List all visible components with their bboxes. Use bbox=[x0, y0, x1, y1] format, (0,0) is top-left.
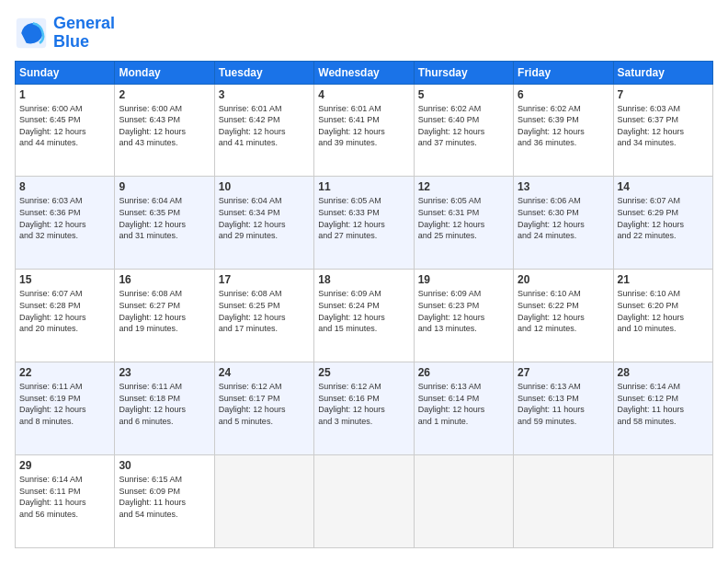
day-info: Sunrise: 6:11 AM Sunset: 6:18 PM Dayligh… bbox=[119, 381, 210, 427]
calendar-day-cell: 30 Sunrise: 6:15 AM Sunset: 6:09 PM Dayl… bbox=[115, 455, 214, 548]
day-info: Sunrise: 6:00 AM Sunset: 6:45 PM Dayligh… bbox=[19, 103, 110, 149]
day-info: Sunrise: 6:03 AM Sunset: 6:37 PM Dayligh… bbox=[618, 103, 709, 149]
calendar-day-cell: 5 Sunrise: 6:02 AM Sunset: 6:40 PM Dayli… bbox=[414, 84, 513, 177]
day-info: Sunrise: 6:13 AM Sunset: 6:13 PM Dayligh… bbox=[518, 381, 609, 427]
day-info: Sunrise: 6:01 AM Sunset: 6:42 PM Dayligh… bbox=[219, 103, 310, 149]
calendar-day-cell: 29 Sunrise: 6:14 AM Sunset: 6:11 PM Dayl… bbox=[16, 455, 115, 548]
calendar-week-row: 1 Sunrise: 6:00 AM Sunset: 6:45 PM Dayli… bbox=[16, 84, 713, 177]
weekday-header-thursday: Thursday bbox=[414, 61, 513, 84]
day-number: 27 bbox=[518, 366, 609, 379]
day-number: 13 bbox=[518, 180, 609, 193]
calendar-day-cell: 3 Sunrise: 6:01 AM Sunset: 6:42 PM Dayli… bbox=[214, 84, 313, 177]
calendar-day-cell bbox=[613, 455, 712, 548]
day-info: Sunrise: 6:07 AM Sunset: 6:28 PM Dayligh… bbox=[19, 288, 110, 334]
calendar-day-cell: 2 Sunrise: 6:00 AM Sunset: 6:43 PM Dayli… bbox=[115, 84, 214, 177]
day-info: Sunrise: 6:15 AM Sunset: 6:09 PM Dayligh… bbox=[119, 474, 210, 520]
day-info: Sunrise: 6:08 AM Sunset: 6:27 PM Dayligh… bbox=[119, 288, 210, 334]
day-info: Sunrise: 6:14 AM Sunset: 6:11 PM Dayligh… bbox=[19, 474, 110, 520]
calendar-day-cell: 15 Sunrise: 6:07 AM Sunset: 6:28 PM Dayl… bbox=[16, 270, 115, 362]
day-number: 8 bbox=[19, 180, 110, 193]
day-info: Sunrise: 6:04 AM Sunset: 6:34 PM Dayligh… bbox=[219, 195, 310, 241]
day-info: Sunrise: 6:05 AM Sunset: 6:31 PM Dayligh… bbox=[418, 195, 509, 241]
weekday-header-row: SundayMondayTuesdayWednesdayThursdayFrid… bbox=[16, 61, 713, 84]
day-info: Sunrise: 6:13 AM Sunset: 6:14 PM Dayligh… bbox=[418, 381, 509, 427]
calendar-day-cell: 1 Sunrise: 6:00 AM Sunset: 6:45 PM Dayli… bbox=[16, 84, 115, 177]
weekday-header-sunday: Sunday bbox=[16, 61, 115, 84]
day-info: Sunrise: 6:07 AM Sunset: 6:29 PM Dayligh… bbox=[618, 195, 709, 241]
day-info: Sunrise: 6:09 AM Sunset: 6:24 PM Dayligh… bbox=[318, 288, 409, 334]
weekday-header-tuesday: Tuesday bbox=[214, 61, 313, 84]
calendar-day-cell: 11 Sunrise: 6:05 AM Sunset: 6:33 PM Dayl… bbox=[314, 177, 414, 270]
logo: General Blue bbox=[15, 15, 115, 52]
day-number: 22 bbox=[19, 366, 110, 379]
calendar-day-cell: 8 Sunrise: 6:03 AM Sunset: 6:36 PM Dayli… bbox=[16, 177, 115, 270]
calendar-day-cell: 22 Sunrise: 6:11 AM Sunset: 6:19 PM Dayl… bbox=[16, 362, 115, 455]
calendar-day-cell: 7 Sunrise: 6:03 AM Sunset: 6:37 PM Dayli… bbox=[613, 84, 712, 177]
day-info: Sunrise: 6:02 AM Sunset: 6:40 PM Dayligh… bbox=[418, 103, 509, 149]
day-info: Sunrise: 6:01 AM Sunset: 6:41 PM Dayligh… bbox=[318, 103, 409, 149]
day-info: Sunrise: 6:12 AM Sunset: 6:16 PM Dayligh… bbox=[318, 381, 409, 427]
weekday-header-wednesday: Wednesday bbox=[314, 61, 414, 84]
day-number: 3 bbox=[219, 88, 310, 101]
day-info: Sunrise: 6:06 AM Sunset: 6:30 PM Dayligh… bbox=[518, 195, 609, 241]
calendar-day-cell: 21 Sunrise: 6:10 AM Sunset: 6:20 PM Dayl… bbox=[613, 270, 712, 362]
day-number: 24 bbox=[219, 366, 310, 379]
calendar-day-cell bbox=[414, 455, 513, 548]
day-number: 1 bbox=[19, 88, 110, 101]
calendar-week-row: 29 Sunrise: 6:14 AM Sunset: 6:11 PM Dayl… bbox=[16, 455, 713, 548]
calendar-day-cell: 18 Sunrise: 6:09 AM Sunset: 6:24 PM Dayl… bbox=[314, 270, 414, 362]
day-number: 29 bbox=[19, 459, 110, 472]
day-info: Sunrise: 6:04 AM Sunset: 6:35 PM Dayligh… bbox=[119, 195, 210, 241]
day-info: Sunrise: 6:11 AM Sunset: 6:19 PM Dayligh… bbox=[19, 381, 110, 427]
calendar-day-cell: 20 Sunrise: 6:10 AM Sunset: 6:22 PM Dayl… bbox=[514, 270, 613, 362]
calendar-day-cell: 13 Sunrise: 6:06 AM Sunset: 6:30 PM Dayl… bbox=[514, 177, 613, 270]
day-info: Sunrise: 6:14 AM Sunset: 6:12 PM Dayligh… bbox=[618, 381, 709, 427]
calendar-week-row: 22 Sunrise: 6:11 AM Sunset: 6:19 PM Dayl… bbox=[16, 362, 713, 455]
day-number: 18 bbox=[318, 273, 409, 286]
day-number: 12 bbox=[418, 180, 509, 193]
day-number: 28 bbox=[618, 366, 709, 379]
day-info: Sunrise: 6:10 AM Sunset: 6:20 PM Dayligh… bbox=[618, 288, 709, 334]
calendar-day-cell: 25 Sunrise: 6:12 AM Sunset: 6:16 PM Dayl… bbox=[314, 362, 414, 455]
calendar-day-cell: 10 Sunrise: 6:04 AM Sunset: 6:34 PM Dayl… bbox=[214, 177, 313, 270]
day-info: Sunrise: 6:02 AM Sunset: 6:39 PM Dayligh… bbox=[518, 103, 609, 149]
calendar-day-cell: 26 Sunrise: 6:13 AM Sunset: 6:14 PM Dayl… bbox=[414, 362, 513, 455]
calendar-day-cell: 23 Sunrise: 6:11 AM Sunset: 6:18 PM Dayl… bbox=[115, 362, 214, 455]
day-number: 6 bbox=[518, 88, 609, 101]
day-number: 4 bbox=[318, 88, 409, 101]
day-number: 16 bbox=[119, 273, 210, 286]
day-info: Sunrise: 6:08 AM Sunset: 6:25 PM Dayligh… bbox=[219, 288, 310, 334]
page: General Blue SundayMondayTuesdayWednesda… bbox=[0, 0, 728, 563]
calendar-day-cell bbox=[514, 455, 613, 548]
calendar-day-cell bbox=[214, 455, 313, 548]
day-number: 26 bbox=[418, 366, 509, 379]
day-number: 15 bbox=[19, 273, 110, 286]
day-number: 25 bbox=[318, 366, 409, 379]
calendar-day-cell: 16 Sunrise: 6:08 AM Sunset: 6:27 PM Dayl… bbox=[115, 270, 214, 362]
calendar-day-cell: 4 Sunrise: 6:01 AM Sunset: 6:41 PM Dayli… bbox=[314, 84, 414, 177]
calendar-day-cell bbox=[314, 455, 414, 548]
calendar-day-cell: 12 Sunrise: 6:05 AM Sunset: 6:31 PM Dayl… bbox=[414, 177, 513, 270]
day-info: Sunrise: 6:09 AM Sunset: 6:23 PM Dayligh… bbox=[418, 288, 509, 334]
calendar-table: SundayMondayTuesdayWednesdayThursdayFrid… bbox=[15, 61, 713, 548]
day-number: 14 bbox=[618, 180, 709, 193]
day-number: 5 bbox=[418, 88, 509, 101]
day-number: 10 bbox=[219, 180, 310, 193]
day-number: 7 bbox=[618, 88, 709, 101]
day-number: 11 bbox=[318, 180, 409, 193]
calendar-day-cell: 14 Sunrise: 6:07 AM Sunset: 6:29 PM Dayl… bbox=[613, 177, 712, 270]
day-number: 20 bbox=[518, 273, 609, 286]
day-number: 19 bbox=[418, 273, 509, 286]
weekday-header-saturday: Saturday bbox=[613, 61, 712, 84]
logo-text: General Blue bbox=[53, 15, 115, 52]
day-number: 30 bbox=[119, 459, 210, 472]
header: General Blue bbox=[15, 15, 713, 52]
weekday-header-friday: Friday bbox=[514, 61, 613, 84]
day-number: 23 bbox=[119, 366, 210, 379]
day-info: Sunrise: 6:00 AM Sunset: 6:43 PM Dayligh… bbox=[119, 103, 210, 149]
calendar-day-cell: 27 Sunrise: 6:13 AM Sunset: 6:13 PM Dayl… bbox=[514, 362, 613, 455]
weekday-header-monday: Monday bbox=[115, 61, 214, 84]
logo-icon bbox=[15, 17, 48, 50]
calendar-week-row: 8 Sunrise: 6:03 AM Sunset: 6:36 PM Dayli… bbox=[16, 177, 713, 270]
day-info: Sunrise: 6:05 AM Sunset: 6:33 PM Dayligh… bbox=[318, 195, 409, 241]
